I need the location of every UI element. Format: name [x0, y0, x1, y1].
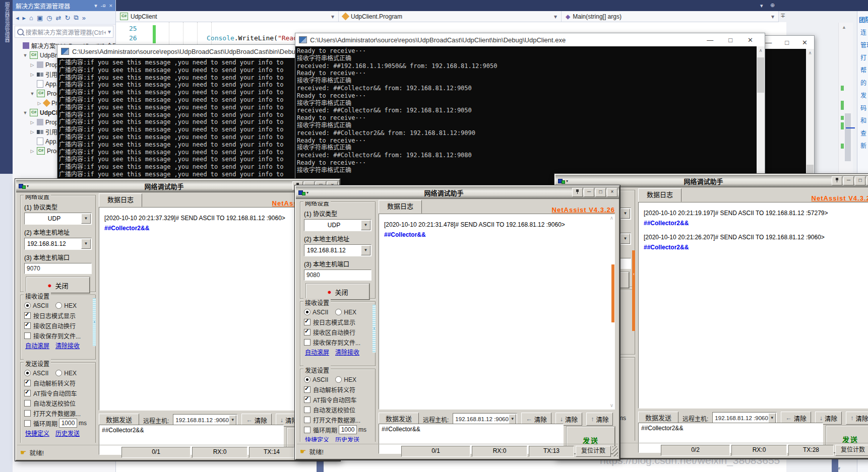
pin-button[interactable]: [832, 176, 842, 185]
auto-checksum-checkbox[interactable]: 自动发送校验位: [23, 398, 93, 408]
team-panel-item[interactable]: 帮: [860, 65, 865, 74]
app-menu-icon[interactable]: ▾: [296, 189, 316, 195]
hex-radio[interactable]: HEX: [55, 302, 77, 309]
history-send-link[interactable]: 历史发送: [335, 435, 359, 442]
netassist-brand-link[interactable]: NetAssist V4.3.26: [812, 194, 868, 202]
collapsed-icon[interactable]: ▷: [30, 129, 35, 134]
save-to-file-checkbox[interactable]: 接收保存到文件...: [303, 337, 373, 347]
at-auto-return-checkbox[interactable]: AT指令自动回车: [23, 388, 93, 398]
minimize-button[interactable]: —: [707, 36, 713, 44]
team-panel-item[interactable]: 新: [860, 141, 865, 150]
auto-scroll-link[interactable]: 自动滚屏: [25, 341, 49, 350]
auto-checksum-checkbox[interactable]: 自动发送校验位: [303, 404, 373, 415]
collapsed-icon[interactable]: ▷: [30, 72, 35, 77]
team-panel-item[interactable]: 发: [860, 91, 865, 99]
data-log-tab[interactable]: 数据日志: [638, 188, 681, 202]
scroll-up-icon[interactable]: ∧: [610, 215, 613, 221]
clear-up-button[interactable]: ↑清除: [586, 413, 613, 426]
collapsed-icon[interactable]: ▷: [37, 101, 42, 106]
rail-tab-server-explorer[interactable]: 服务器资源管理器: [3, 2, 11, 42]
clear-receive-link[interactable]: 清除接收: [335, 348, 359, 356]
quick-define-link[interactable]: 快捷定义: [305, 435, 329, 442]
chevron-down-icon[interactable]: ▼: [81, 214, 91, 224]
split-editor-icon[interactable]: ∓: [779, 12, 787, 20]
auto-wrap-checkbox[interactable]: 接收区自动换行: [303, 327, 373, 337]
chevron-down-icon[interactable]: ▼: [361, 220, 370, 230]
data-log-panel[interactable]: [2020-10-10 20:21:19.197]# SEND ASCII TO…: [638, 202, 868, 409]
resize-grip[interactable]: [612, 446, 618, 456]
minimize-button[interactable]: ─: [584, 188, 594, 197]
save-to-file-checkbox[interactable]: 接收保存到文件...: [23, 330, 93, 341]
solution-explorer-titlebar[interactable]: 解决方案资源管理器 ▾ -¤ ×: [13, 0, 115, 11]
gear-icon[interactable]: ⊕: [770, 2, 775, 9]
hex-radio[interactable]: HEX: [335, 309, 356, 316]
at-auto-return-checkbox[interactable]: AT指令自动回车: [303, 394, 373, 404]
netassist-titlebar[interactable]: ▾ 网络调试助手 ─ □ ×: [16, 180, 339, 192]
refresh-icon[interactable]: ↻: [65, 14, 70, 22]
host-address-dropdown[interactable]: 192.168.81.12 ▼: [24, 238, 92, 250]
netassist-titlebar[interactable]: ▾ 网络调试助手 ─ □ ×: [296, 186, 619, 199]
clear-up-button[interactable]: ↑清除: [846, 412, 868, 425]
collapse-all-icon[interactable]: ⧉: [74, 14, 78, 22]
scroll-up-icon[interactable]: ▲: [842, 25, 846, 30]
netassist-window-left[interactable]: ▾ 网络调试助手 ─ □ × 网络设置 (1) 协议类型 UDP ▼ (2) 本…: [15, 179, 340, 461]
chevron-down-icon[interactable]: ▼: [768, 413, 776, 423]
escape-parse-checkbox[interactable]: 自动解析转义符: [23, 378, 93, 388]
data-log-tab[interactable]: 数据日志: [379, 200, 422, 214]
expanded-icon[interactable]: ▼: [23, 110, 28, 115]
pin-button[interactable]: [572, 188, 583, 197]
app-menu-icon[interactable]: ▾: [555, 178, 575, 184]
maximize-button[interactable]: □: [785, 39, 789, 46]
ascii-radio[interactable]: ASCII: [304, 309, 328, 316]
team-panel-item[interactable]: 管理: [860, 40, 865, 49]
scroll-down-icon[interactable]: ∨: [610, 402, 613, 408]
auto-wrap-checkbox[interactable]: 接收区自动换行: [23, 320, 93, 330]
annotated-scrollbar[interactable]: ▲: [838, 23, 853, 174]
back-icon[interactable]: ◂: [16, 14, 19, 22]
quick-define-link[interactable]: 快捷定义: [25, 429, 49, 437]
maximize-button[interactable]: □: [855, 176, 865, 185]
chevron-down-icon[interactable]: ▾: [94, 3, 97, 9]
clear-receive-link[interactable]: 清除接收: [55, 341, 80, 350]
member-dropdown[interactable]: ◆ Main(string[] args) ▾: [562, 11, 779, 22]
team-panel-item[interactable]: 查: [860, 128, 865, 137]
collapse-strip[interactable]: ‹: [93, 298, 96, 346]
data-log-tab[interactable]: 数据日志: [99, 193, 142, 207]
host-address-dropdown[interactable]: 192.168.81.12 ▼: [304, 244, 371, 256]
sync-icon[interactable]: ⇄: [56, 14, 61, 22]
close-button[interactable]: ✕: [802, 39, 808, 46]
file-data-source-checkbox[interactable]: 打开文件数据源...: [23, 408, 93, 418]
collapsed-icon[interactable]: ▷: [30, 149, 35, 154]
chevron-down-icon[interactable]: ▼: [621, 234, 630, 244]
close-button[interactable]: ✕: [748, 36, 753, 44]
team-panel-item[interactable]: 和: [860, 116, 865, 124]
protocol-dropdown[interactable]: UDP ▼: [24, 213, 92, 225]
reset-count-button[interactable]: 复位计数: [576, 446, 611, 457]
collapsed-icon[interactable]: ▷: [30, 62, 35, 68]
log-mode-checkbox[interactable]: 按日志模式显示: [23, 310, 93, 320]
chevron-down-icon[interactable]: ▼: [361, 245, 370, 255]
close-connection-button[interactable]: ● 关闭: [306, 284, 369, 300]
close-icon[interactable]: ×: [109, 3, 112, 9]
cycle-input[interactable]: 1000: [339, 425, 357, 434]
protocol-dropdown[interactable]: UDP ▼: [304, 219, 371, 231]
collapse-strip[interactable]: ‹: [373, 305, 376, 353]
chevron-down-icon[interactable]: ▼: [621, 209, 630, 219]
expanded-icon[interactable]: ▼: [23, 53, 28, 58]
forward-icon[interactable]: ▸: [23, 14, 26, 22]
app-menu-icon[interactable]: ▾: [16, 183, 36, 189]
ascii-radio[interactable]: ASCII: [304, 376, 328, 383]
console-scrollbar[interactable]: ∧: [806, 49, 814, 173]
minimize-button[interactable]: ─: [843, 176, 854, 185]
team-panel-item[interactable]: 的: [860, 78, 865, 87]
minimize-button[interactable]: —: [765, 39, 772, 46]
tab-list-dropdown-icon[interactable]: ▾: [760, 3, 763, 9]
scrollbar-thumb[interactable]: [611, 264, 614, 322]
pin-icon[interactable]: -¤: [101, 3, 106, 9]
pending-changes-icon[interactable]: ◷: [46, 14, 52, 22]
host-port-input[interactable]: 9070: [24, 263, 92, 274]
overflow-icon[interactable]: »: [82, 14, 86, 22]
reset-count-button[interactable]: 复位计数: [835, 445, 868, 456]
chevron-down-icon[interactable]: ▼: [229, 415, 236, 425]
cycle-input[interactable]: 1000: [59, 419, 77, 428]
